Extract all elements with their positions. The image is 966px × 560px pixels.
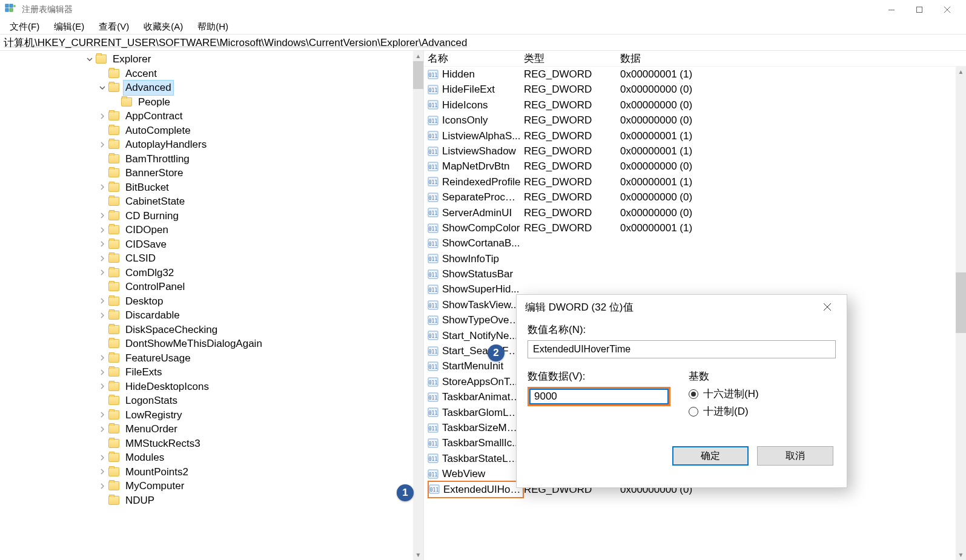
tree-item[interactable]: People (0, 95, 423, 110)
tree-item[interactable]: CIDSave (0, 237, 423, 252)
tree-item[interactable]: LogonStats (0, 394, 423, 408)
chevron-down-icon[interactable] (98, 83, 107, 93)
scroll-down-icon[interactable]: ▼ (413, 550, 423, 560)
menu-help[interactable]: 帮助(H) (190, 20, 236, 34)
chevron-right-icon[interactable] (98, 424, 107, 434)
list-row[interactable]: 011ShowCompColorREG_DWORD0x00000001 (1) (424, 220, 966, 236)
list-row[interactable]: 011IconsOnlyREG_DWORD0x00000000 (0) (424, 113, 966, 128)
radix-dec-radio[interactable]: 十进制(D) (689, 404, 836, 418)
tree-item[interactable]: Advanced (0, 81, 423, 95)
chevron-right-icon[interactable] (98, 311, 107, 320)
chevron-right-icon[interactable] (98, 225, 107, 235)
tree-item[interactable]: BannerStore (0, 166, 423, 180)
chevron-right-icon[interactable] (98, 381, 107, 391)
chevron-right-icon[interactable] (98, 453, 107, 463)
list-row[interactable]: 011ServerAdminUIREG_DWORD0x00000000 (0) (424, 205, 966, 220)
chevron-right-icon[interactable] (98, 410, 107, 420)
chevron-right-icon[interactable] (98, 254, 107, 263)
tree-item[interactable]: ComDlg32 (0, 266, 423, 280)
column-name[interactable]: 名称 (428, 51, 524, 65)
chevron-right-icon[interactable] (98, 467, 107, 476)
chevron-right-icon[interactable] (98, 268, 107, 277)
value-data-input[interactable] (528, 387, 670, 406)
menu-file[interactable]: 文件(F) (2, 20, 47, 34)
list-row[interactable]: 011MapNetDrvBtnREG_DWORD0x00000000 (0) (424, 159, 966, 174)
svg-text:011: 011 (429, 257, 438, 262)
address-bar[interactable]: 计算机\HKEY_CURRENT_USER\SOFTWARE\Microsoft… (0, 34, 966, 51)
value-name-input[interactable] (528, 340, 836, 358)
list-row[interactable]: 011ShowInfoTip (424, 251, 966, 266)
cancel-button[interactable]: 取消 (757, 446, 833, 466)
menu-edit[interactable]: 编辑(E) (47, 20, 91, 34)
tree-item[interactable]: MMStuckRects3 (0, 436, 423, 451)
scroll-down-icon[interactable]: ▼ (956, 550, 966, 560)
list-row[interactable]: 011ShowStatusBar (424, 266, 966, 282)
chevron-down-icon[interactable] (85, 54, 94, 64)
value-name: Hidden (442, 67, 475, 82)
chevron-right-icon[interactable] (98, 481, 107, 491)
tree-scrollbar[interactable]: ▲ ▼ (413, 51, 423, 560)
radix-hex-radio[interactable]: 十六进制(H) (689, 387, 836, 401)
tree[interactable]: ExplorerAccentAdvancedPeopleAppContractA… (0, 51, 423, 507)
column-data[interactable]: 数据 (620, 51, 966, 65)
folder-icon (108, 297, 119, 306)
column-type[interactable]: 类型 (524, 51, 620, 65)
tree-item[interactable]: Modules (0, 450, 423, 465)
maximize-button[interactable] (905, 0, 933, 19)
scroll-thumb[interactable] (956, 272, 966, 333)
tree-item[interactable]: AutoplayHandlers (0, 137, 423, 152)
tree-item[interactable]: MountPoints2 (0, 465, 423, 479)
chevron-right-icon[interactable] (98, 367, 107, 377)
scroll-thumb[interactable] (413, 61, 423, 89)
close-button[interactable] (933, 0, 961, 19)
radix-dec-label: 十进制(D) (703, 404, 749, 418)
list-row[interactable]: 011ListviewShadowREG_DWORD0x00000001 (1) (424, 143, 966, 159)
minimize-button[interactable] (878, 0, 905, 19)
list-row[interactable]: 011ReindexedProfileREG_DWORD0x00000001 (… (424, 174, 966, 189)
tree-item[interactable]: BamThrottling (0, 152, 423, 166)
tree-item[interactable]: Accent (0, 67, 423, 81)
tree-item[interactable]: CIDOpen (0, 223, 423, 237)
tree-item[interactable]: Explorer (0, 52, 423, 67)
tree-item[interactable]: BitBucket (0, 180, 423, 195)
tree-item[interactable]: MenuOrder (0, 422, 423, 436)
tree-item[interactable]: NDUP (0, 493, 423, 508)
scroll-up-icon[interactable]: ▲ (956, 67, 966, 77)
tree-item[interactable]: FeatureUsage (0, 351, 423, 366)
ok-button[interactable]: 确定 (672, 446, 749, 466)
tree-item[interactable]: ControlPanel (0, 280, 423, 294)
tree-item[interactable]: Discardable (0, 308, 423, 323)
list-row[interactable]: 011ShowCortanaB... (424, 236, 966, 251)
tree-item[interactable]: MyComputer (0, 479, 423, 493)
chevron-right-icon[interactable] (98, 211, 107, 220)
tree-item[interactable]: DiskSpaceChecking (0, 323, 423, 337)
chevron-right-icon[interactable] (98, 239, 107, 249)
list-row[interactable]: 011ListviewAlphaS...REG_DWORD0x00000001 … (424, 128, 966, 143)
list-row[interactable]: 011HideFileExtREG_DWORD0x00000000 (0) (424, 82, 966, 97)
tree-item[interactable]: AutoComplete (0, 124, 423, 138)
tree-item[interactable]: FileExts (0, 365, 423, 380)
tree-item[interactable]: HideDesktopIcons (0, 380, 423, 394)
list-row[interactable]: 011SeparateProcessREG_DWORD0x00000000 (0… (424, 189, 966, 205)
tree-item-label: ComDlg32 (123, 266, 176, 280)
tree-item[interactable]: CabinetState (0, 194, 423, 209)
list-row[interactable]: 011HideIconsREG_DWORD0x00000000 (0) (424, 97, 966, 113)
chevron-right-icon[interactable] (98, 111, 107, 121)
tree-item[interactable]: LowRegistry (0, 408, 423, 423)
scroll-up-icon[interactable]: ▲ (413, 51, 423, 61)
tree-item[interactable]: Desktop (0, 294, 423, 309)
menu-favorites[interactable]: 收藏夹(A) (136, 20, 190, 34)
tree-item[interactable]: DontShowMeThisDialogAgain (0, 337, 423, 351)
menu-view[interactable]: 查看(V) (91, 20, 136, 34)
chevron-right-icon[interactable] (98, 182, 107, 192)
tree-item[interactable]: CLSID (0, 251, 423, 266)
list-scrollbar[interactable]: ▲ ▼ (956, 67, 966, 560)
list-row[interactable]: 011HiddenREG_DWORD0x00000001 (1) (424, 67, 966, 82)
tree-item[interactable]: AppContract (0, 109, 423, 124)
value-name-cell: 011ListviewShadow (428, 143, 524, 159)
dialog-close-button[interactable] (816, 298, 838, 315)
tree-item[interactable]: CD Burning (0, 209, 423, 223)
chevron-right-icon[interactable] (98, 140, 107, 150)
chevron-right-icon[interactable] (98, 353, 107, 363)
chevron-right-icon[interactable] (98, 296, 107, 306)
